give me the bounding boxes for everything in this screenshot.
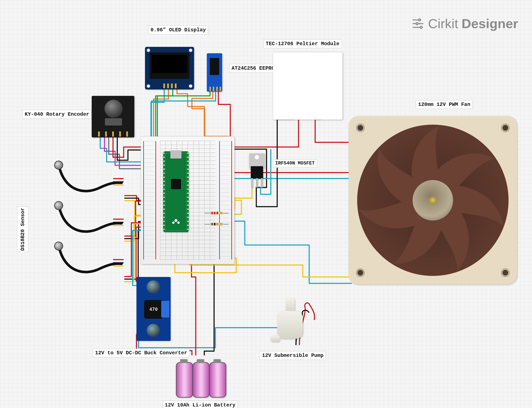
brand-1: Cirkit [428, 16, 458, 31]
mosfet[interactable] [247, 153, 267, 187]
canvas[interactable]: Cirkit Designer 0.96" OLED Display AT24C… [0, 0, 532, 408]
pwm-fan[interactable] [349, 116, 517, 284]
svg-point-2 [419, 19, 421, 21]
label-sensor: DS18B20 Sensor [17, 207, 28, 252]
label-battery: 12V 10Ah Li-ion Battery [163, 401, 238, 408]
buck-converter[interactable] [137, 277, 171, 341]
resistor-220[interactable] [210, 212, 223, 214]
temp-sensor-1[interactable] [58, 164, 124, 198]
raspberry-pi-pico[interactable] [163, 151, 189, 232]
label-peltier: TEC-12706 Peltier Module [263, 39, 342, 48]
label-mosfet: IRF540N MOSFET [273, 159, 317, 168]
label-oled: 0.96" OLED Display [148, 26, 208, 34]
resistor-10k[interactable] [210, 223, 223, 225]
oled-display[interactable] [145, 47, 194, 89]
label-eeprom: AT24C256 EEPROM [229, 64, 280, 73]
peltier-module[interactable] [273, 52, 343, 120]
label-buck: 12V to 5V DC-DC Buck Converter [93, 348, 190, 357]
label-fan: 120mm 12V PWM Fan [416, 100, 473, 109]
battery-pack[interactable] [174, 358, 227, 399]
circuit-icon [411, 17, 425, 30]
temp-sensor-3[interactable] [58, 245, 124, 279]
svg-point-4 [420, 26, 422, 28]
eeprom-module[interactable] [207, 53, 222, 92]
rotary-encoder[interactable] [92, 96, 134, 137]
brand-2: Designer [462, 16, 518, 31]
label-rotary: KY-040 Rotary Encoder [22, 110, 91, 119]
app-logo: Cirkit Designer [411, 16, 518, 31]
temp-sensor-2[interactable] [58, 204, 124, 239]
submersible-pump[interactable] [273, 298, 311, 347]
label-pump: 12V Submersible Pump [260, 351, 326, 360]
